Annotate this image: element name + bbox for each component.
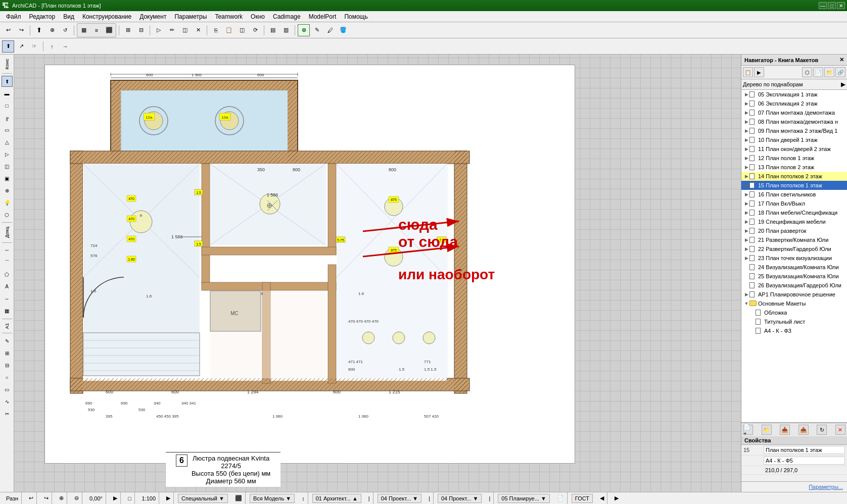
pb-add-btn[interactable]: 📄+ bbox=[743, 425, 753, 435]
tree-expand-18[interactable]: ▶ bbox=[743, 210, 749, 216]
lt-hatch[interactable]: ▦ bbox=[2, 306, 13, 317]
tree-item-24[interactable]: 24 Визуализация/Комната Юли bbox=[741, 263, 847, 272]
tree-item-main[interactable]: ▼Основные Макеты bbox=[741, 299, 847, 308]
paste-btn[interactable]: 📋 bbox=[223, 24, 235, 36]
sb-gost[interactable]: ГОСТ bbox=[572, 494, 593, 503]
panel-view3[interactable]: 📁 bbox=[824, 67, 834, 77]
lt-text[interactable]: A bbox=[2, 281, 13, 292]
view-btn3[interactable]: ⬛ bbox=[103, 24, 115, 36]
tree-expand-13[interactable]: ▶ bbox=[743, 164, 749, 170]
tree-expand-26[interactable] bbox=[743, 282, 749, 288]
minimize-button[interactable]: — bbox=[819, 2, 827, 9]
tree-expand-15[interactable]: ▶ bbox=[743, 182, 749, 188]
sb-plan-sb[interactable]: 05 Планируе... ▼ bbox=[498, 494, 550, 503]
tree-item-18[interactable]: ▶18 План мебели/Спецификаци bbox=[741, 208, 847, 217]
lt-line[interactable]: ─ bbox=[2, 245, 13, 256]
menu-modelport[interactable]: ModelPort bbox=[305, 12, 341, 21]
tree-expand-23[interactable]: ▶ bbox=[743, 255, 749, 261]
tree-expand-17[interactable]: ▶ bbox=[743, 200, 749, 207]
menu-document[interactable]: Документ bbox=[135, 12, 170, 21]
lt-object[interactable]: ⊕ bbox=[2, 185, 13, 196]
pb-refresh-btn[interactable]: ↻ bbox=[817, 425, 827, 435]
tree-expand-06[interactable]: ▶ bbox=[743, 100, 749, 107]
lt-stair[interactable]: ▷ bbox=[2, 148, 13, 160]
tree-expand-11[interactable]: ▶ bbox=[743, 146, 749, 152]
move-btn[interactable]: ✕ bbox=[192, 24, 204, 36]
draw-btn[interactable]: ✏ bbox=[166, 24, 178, 36]
tree-expand-25[interactable] bbox=[743, 273, 749, 279]
lt-window[interactable]: ▣ bbox=[2, 173, 13, 184]
tree-item-20[interactable]: ▶20 План разверток bbox=[741, 226, 847, 235]
redo-button[interactable]: ↪ bbox=[15, 24, 27, 36]
tree-expand-cover[interactable] bbox=[749, 310, 756, 316]
tree-item-12[interactable]: ▶12 План полов 1 этаж bbox=[741, 154, 847, 163]
sb-nav-prev[interactable]: ◀ bbox=[597, 492, 607, 504]
arrowR-tool[interactable]: → bbox=[59, 40, 71, 53]
menu-teamwork[interactable]: Teamwork bbox=[211, 12, 247, 21]
pointer-tool[interactable]: ⬆ bbox=[2, 40, 14, 53]
pb-export-btn[interactable]: 📤 bbox=[798, 425, 809, 435]
view-btn2[interactable]: ≡ bbox=[90, 24, 103, 36]
sb-scale-arrow[interactable]: ▶ bbox=[163, 492, 174, 504]
tree-expand-09[interactable]: ▶ bbox=[743, 128, 749, 134]
align-btn[interactable]: ▤ bbox=[267, 24, 279, 36]
tree-item-25[interactable]: 25 Визуализация/Комната Юли bbox=[741, 272, 847, 281]
tree-expand-24[interactable] bbox=[743, 264, 749, 270]
sb-zoom-out[interactable]: ⊖ bbox=[71, 492, 82, 504]
lt-wall[interactable]: ▬ bbox=[2, 88, 13, 99]
lt-slab[interactable]: ▭ bbox=[2, 124, 13, 135]
panel-view1[interactable]: ⬡ bbox=[802, 67, 812, 77]
filter-expand-icon[interactable]: ▶ bbox=[841, 81, 845, 88]
tree-expand-10[interactable]: ▶ bbox=[743, 137, 749, 143]
canvas-area[interactable]: 10а 10а ⊕ 600 1 900 600 350 800 bbox=[14, 55, 741, 492]
lt-dim[interactable]: ↔ bbox=[2, 293, 13, 305]
tree-expand-16[interactable]: ▶ bbox=[743, 191, 749, 197]
tree-item-07[interactable]: ▶07 План монтажа /демонтажа bbox=[741, 108, 847, 117]
lt-elev[interactable]: ⊟ bbox=[2, 360, 13, 371]
sb-project1[interactable]: 04 Проект... ▼ bbox=[378, 494, 421, 503]
tree-item-26[interactable]: 26 Визуализация/Гардероб Юли bbox=[741, 281, 847, 290]
lt-rect[interactable]: ▭ bbox=[2, 384, 13, 395]
panel-arrow-btn[interactable]: ▶ bbox=[754, 67, 764, 77]
tree-item-08[interactable]: ▶08 План монтажа/демонтажа н bbox=[741, 117, 847, 126]
rotate-btn[interactable]: ↺ bbox=[59, 24, 71, 36]
lt-section[interactable]: ⊞ bbox=[2, 347, 13, 359]
sb-special[interactable]: Специальный ▼ bbox=[178, 494, 228, 503]
tree-view[interactable]: ▶05 Экспликация 1 этаж▶06 Экспликация 2 … bbox=[741, 90, 847, 423]
pb-folder-btn[interactable]: 📁 bbox=[762, 425, 772, 435]
tree-expand-07[interactable]: ▶ bbox=[743, 110, 749, 116]
menu-window[interactable]: Окно bbox=[247, 12, 269, 21]
tree-expand-08[interactable]: ▶ bbox=[743, 119, 749, 125]
params-button[interactable]: Параметры... bbox=[741, 482, 847, 492]
tree-item-14[interactable]: ▶14 План потолков 2 этаж bbox=[741, 172, 847, 181]
maximize-button[interactable]: □ bbox=[828, 2, 836, 9]
select-tool[interactable]: ⬆ bbox=[33, 24, 45, 36]
snap-btn[interactable]: ⊟ bbox=[135, 24, 147, 36]
rotate2-btn[interactable]: ⟳ bbox=[249, 24, 261, 36]
handtool[interactable]: ☞ bbox=[28, 40, 40, 53]
sb-rotate-left[interactable]: ↩ bbox=[26, 492, 37, 504]
tree-expand-title[interactable] bbox=[749, 319, 756, 325]
tree-expand-22[interactable]: ▶ bbox=[743, 246, 749, 252]
tree-item-a4[interactable]: А4 - К - Ф3 bbox=[741, 326, 847, 335]
panel-view2[interactable]: 📄 bbox=[813, 67, 823, 77]
mirror-btn[interactable]: ◫ bbox=[236, 24, 248, 36]
close-button[interactable]: ✕ bbox=[837, 2, 845, 9]
pb-import-btn[interactable]: 📥 bbox=[780, 425, 790, 435]
connect-btn[interactable]: ⊛ bbox=[298, 24, 310, 36]
tree-item-22[interactable]: ▶22 Развертки/Гардероб Юли bbox=[741, 244, 847, 254]
view-btn1[interactable]: ▦ bbox=[78, 24, 90, 36]
tree-item-13[interactable]: ▶13 План полов 2 этаж bbox=[741, 163, 847, 172]
tree-item-06[interactable]: ▶06 Экспликация 2 этаж bbox=[741, 99, 847, 108]
tree-expand-a4[interactable] bbox=[749, 328, 756, 334]
sb-zoom-in[interactable]: ⊕ bbox=[56, 492, 67, 504]
tree-expand-AP1[interactable]: ▶ bbox=[743, 291, 749, 297]
pb-delete-btn[interactable]: ✕ bbox=[835, 425, 845, 435]
tree-item-10[interactable]: ▶10 План дверей 1 этаж bbox=[741, 135, 847, 144]
grid-btn[interactable]: ⊞ bbox=[122, 24, 134, 36]
sb-rotate-right[interactable]: ↪ bbox=[41, 492, 52, 504]
menu-params[interactable]: Параметры bbox=[170, 12, 211, 21]
tree-expand-19[interactable]: ▶ bbox=[743, 219, 749, 225]
pen-btn[interactable]: 🖊 bbox=[324, 24, 336, 36]
arrow2-tool[interactable]: ↑ bbox=[46, 40, 58, 53]
